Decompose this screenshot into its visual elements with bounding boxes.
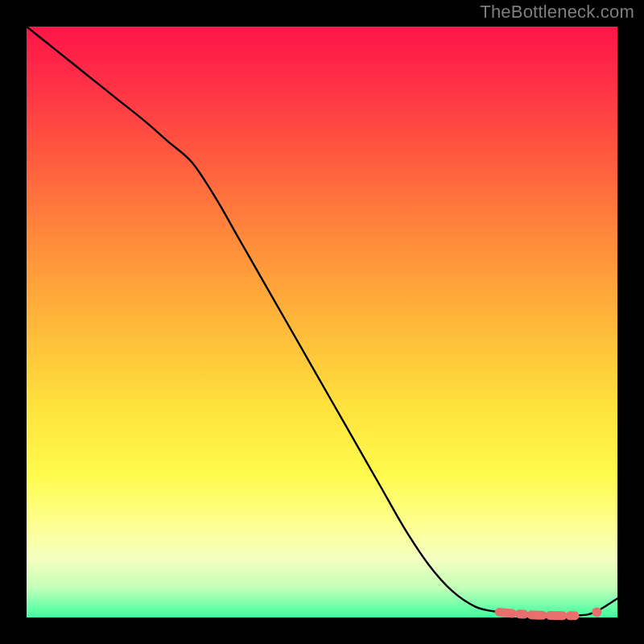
highlight-segment	[499, 612, 582, 615]
main-curve	[27, 27, 617, 616]
line-chart-svg	[27, 27, 617, 617]
chart-frame: TheBottleneck.com	[0, 0, 644, 644]
attribution-label: TheBottleneck.com	[480, 2, 634, 23]
highlight-dot	[592, 607, 601, 617]
plot-area	[27, 27, 617, 617]
